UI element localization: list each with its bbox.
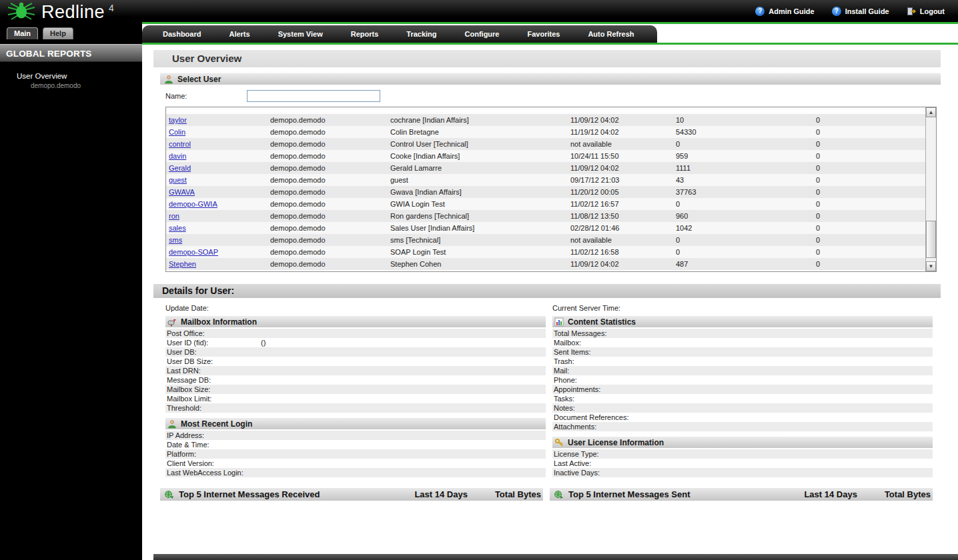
user-link[interactable]: Colin bbox=[169, 128, 185, 136]
user-lastlogin-cell: 11/02/12 16:58 bbox=[570, 246, 676, 258]
user-count-cell: 0 bbox=[676, 246, 816, 258]
user-link[interactable]: davin bbox=[169, 152, 186, 160]
user-lastlogin-cell: 11/19/12 04:02 bbox=[570, 126, 676, 138]
field-label: User DB: bbox=[165, 347, 261, 357]
user-link[interactable]: Stephen bbox=[169, 260, 196, 268]
top5-received-col2: Last 14 Days bbox=[414, 489, 468, 499]
field-row: Mailbox: bbox=[552, 338, 933, 347]
user-zero-cell: 0 bbox=[816, 258, 925, 270]
user-zero-cell: 0 bbox=[816, 162, 925, 174]
most-recent-login-fields: IP Address: Date & Time: Pla bbox=[165, 431, 546, 477]
admin-guide-link[interactable]: ? Admin Guide bbox=[755, 7, 814, 16]
field-label: Mail: bbox=[552, 366, 648, 375]
scroll-down-button[interactable]: ▼ bbox=[926, 261, 936, 271]
user-lastlogin-cell: 10/24/11 15:50 bbox=[570, 150, 676, 162]
user-link[interactable]: taylor bbox=[169, 116, 187, 124]
nav-item[interactable]: Favorites bbox=[513, 30, 574, 38]
nav-item[interactable]: Dashboard bbox=[149, 30, 215, 38]
user-fullname-cell: SOAP Login Test bbox=[390, 246, 570, 258]
field-row: Last Active: bbox=[552, 459, 933, 468]
user-name-input[interactable] bbox=[247, 90, 380, 102]
field-label: Platform: bbox=[165, 449, 261, 459]
field-row: User ID (fid): () bbox=[165, 338, 546, 347]
user-link[interactable]: sms bbox=[169, 236, 182, 244]
person-icon bbox=[164, 75, 173, 84]
logo-text: Redline bbox=[41, 1, 105, 23]
nav-item[interactable]: Configure bbox=[451, 30, 514, 38]
user-count-cell: 10 bbox=[676, 114, 816, 126]
user-count-cell: 1111 bbox=[676, 162, 816, 174]
field-label: Threshold: bbox=[165, 403, 261, 413]
field-row: Mail: bbox=[552, 366, 933, 375]
user-row: demopo-SOAP demopo.demodo SOAP Login Tes… bbox=[166, 246, 925, 258]
user-lastlogin-cell: 11/08/12 13:50 bbox=[570, 210, 676, 222]
nav-item[interactable]: Alerts bbox=[215, 30, 264, 38]
field-label: Mailbox Limit: bbox=[165, 394, 261, 403]
user-count-cell: 960 bbox=[676, 210, 816, 222]
field-row: User DB Size: bbox=[165, 357, 546, 366]
user-link[interactable]: GWAVA bbox=[169, 188, 195, 196]
user-link[interactable]: demopo-GWIA bbox=[169, 200, 217, 208]
user-zero-cell: 0 bbox=[816, 246, 925, 258]
field-label: Notes: bbox=[552, 403, 648, 413]
logo-version: 4 bbox=[109, 3, 114, 13]
scroll-up-button[interactable]: ▲ bbox=[926, 107, 936, 117]
field-row: Trash: bbox=[552, 357, 933, 366]
field-row: Platform: bbox=[165, 449, 546, 459]
user-lastlogin-cell: 11/02/12 16:57 bbox=[570, 198, 676, 210]
user-link[interactable]: control bbox=[169, 140, 191, 148]
nav-item[interactable]: Reports bbox=[337, 30, 393, 38]
user-row: control demopo.demodo Control User [Tech… bbox=[166, 138, 925, 150]
field-label: User DB Size: bbox=[165, 357, 261, 366]
user-license-header: User License Information bbox=[552, 437, 933, 448]
user-lastlogin-cell: 02/28/12 01:46 bbox=[570, 222, 676, 234]
user-fullname-cell: cochrane [Indian Affairs] bbox=[390, 114, 570, 126]
logout-link[interactable]: Logout bbox=[907, 7, 945, 16]
field-row: Document References: bbox=[552, 413, 933, 422]
sidebar: Main Help GLOBAL REPORTS User Overview d… bbox=[0, 24, 142, 560]
user-license-fields: License Type: Last Active: I bbox=[552, 449, 933, 477]
table-scrollbar[interactable]: ▲ ▼ bbox=[925, 107, 936, 271]
mailbox-information-header: Mailbox Information bbox=[165, 316, 546, 327]
field-label: Appointments: bbox=[552, 385, 648, 394]
top5-sent-title: Top 5 Internet Messages Sent bbox=[568, 489, 799, 499]
user-link[interactable]: demopo-SOAP bbox=[169, 248, 218, 256]
field-row: Post Office: bbox=[165, 329, 546, 338]
field-row: Attachments: bbox=[552, 422, 933, 431]
user-row: Stephen demopo.demodo Stephen Cohen 11/0… bbox=[166, 258, 925, 270]
user-zero-cell: 0 bbox=[816, 114, 925, 126]
top5-row: Top 5 Internet Messages Received Last 14… bbox=[160, 488, 933, 501]
tab-help[interactable]: Help bbox=[43, 27, 73, 39]
user-domain-cell: demopo.demodo bbox=[270, 210, 390, 222]
top5-received-title: Top 5 Internet Messages Received bbox=[179, 489, 410, 499]
install-guide-link[interactable]: ? Install Guide bbox=[832, 7, 889, 16]
nav-item[interactable]: Tracking bbox=[392, 30, 450, 38]
field-label: Date & Time: bbox=[165, 440, 261, 449]
field-row: Mailbox Limit: bbox=[165, 394, 546, 403]
sidebar-tabs: Main Help bbox=[0, 24, 142, 39]
top-bar: Redline 4 ? Admin Guide ? Install Guide … bbox=[0, 0, 958, 24]
user-lastlogin-cell: 11/09/12 04:02 bbox=[570, 162, 676, 174]
user-link[interactable]: guest bbox=[169, 176, 187, 184]
name-label: Name: bbox=[165, 92, 247, 100]
sidebar-item-user-overview[interactable]: User Overview bbox=[17, 72, 142, 80]
tab-main[interactable]: Main bbox=[7, 27, 38, 39]
mailbox-information-fields: Post Office: User ID (fid): () bbox=[165, 329, 546, 413]
field-row: Sent Items: bbox=[552, 347, 933, 357]
user-link[interactable]: ron bbox=[169, 212, 179, 220]
install-guide-label: Install Guide bbox=[845, 7, 889, 15]
nav-item[interactable]: Auto Refresh bbox=[574, 30, 648, 38]
user-count-cell: 487 bbox=[676, 258, 816, 270]
user-count-cell: 54330 bbox=[676, 126, 816, 138]
scrollbar-thumb[interactable] bbox=[926, 221, 936, 258]
top5-sent-header: Top 5 Internet Messages Sent Last 14 Day… bbox=[550, 488, 933, 501]
user-zero-cell: 0 bbox=[816, 210, 925, 222]
page-title: User Overview bbox=[153, 50, 941, 67]
user-link[interactable]: sales bbox=[169, 224, 186, 232]
user-link[interactable]: Gerald bbox=[169, 164, 191, 172]
user-domain-cell: demopo.demodo bbox=[270, 258, 390, 270]
user-row: davin demopo.demodo Cooke [Indian Affair… bbox=[166, 150, 925, 162]
user-fullname-cell: Gerald Lamarre bbox=[390, 162, 570, 174]
nav-item[interactable]: System View bbox=[264, 30, 337, 38]
field-label: Tasks: bbox=[552, 394, 648, 403]
